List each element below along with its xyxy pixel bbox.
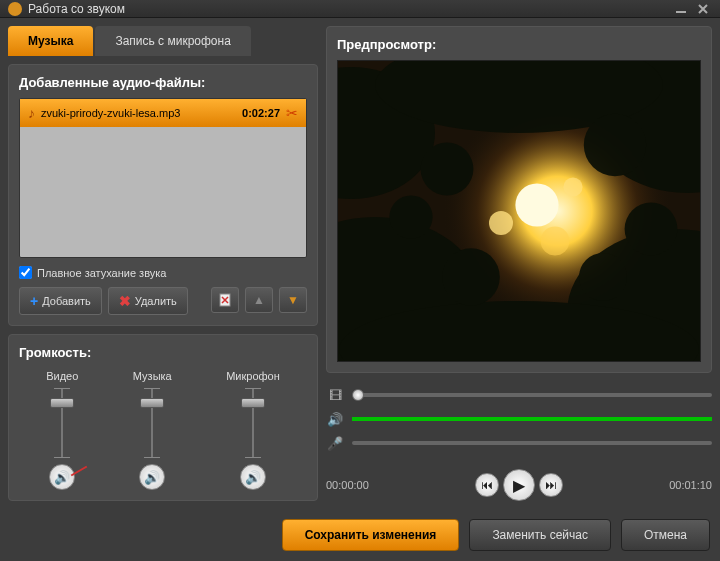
- time-total: 00:01:10: [669, 479, 712, 491]
- prev-button[interactable]: ⏮: [475, 473, 499, 497]
- music-volume-label: Музыка: [133, 370, 172, 382]
- svg-rect-0: [676, 11, 686, 13]
- fade-checkbox[interactable]: [19, 266, 32, 279]
- video-preview[interactable]: [337, 60, 701, 362]
- delete-button-label: Удалить: [135, 295, 177, 307]
- tab-mic[interactable]: Запись с микрофона: [95, 26, 250, 56]
- cross-icon: ✖: [119, 293, 131, 309]
- video-track[interactable]: [352, 393, 712, 397]
- mic-volume-label: Микрофон: [226, 370, 280, 382]
- preview-title: Предпросмотр:: [337, 37, 701, 52]
- remove-item-button[interactable]: [211, 287, 239, 313]
- svg-point-16: [442, 248, 500, 306]
- svg-point-7: [541, 227, 570, 256]
- minimize-icon: [676, 4, 686, 14]
- move-up-button[interactable]: ▲: [245, 287, 273, 313]
- music-mute-button[interactable]: 🔊: [139, 464, 165, 490]
- svg-point-5: [489, 211, 513, 235]
- speaker-track-icon: 🔊: [326, 412, 344, 427]
- time-current: 00:00:00: [326, 479, 369, 491]
- file-name: zvuki-prirody-zvuki-lesa.mp3: [41, 107, 236, 119]
- fade-label: Плавное затухание звука: [37, 267, 166, 279]
- video-volume-label: Видео: [46, 370, 78, 382]
- window-title: Работа со звуком: [28, 2, 668, 16]
- fade-checkbox-row[interactable]: Плавное затухание звука: [19, 266, 307, 279]
- minimize-button[interactable]: [672, 2, 690, 16]
- arrow-up-icon: ▲: [253, 293, 265, 307]
- remove-file-icon: [218, 293, 232, 307]
- replace-button[interactable]: Заменить сейчас: [469, 519, 611, 551]
- mic-track-icon: 🎤: [326, 436, 344, 451]
- close-icon: [698, 4, 708, 14]
- audio-track[interactable]: [352, 417, 712, 421]
- film-icon: 🎞: [326, 388, 344, 403]
- video-track-thumb[interactable]: [352, 389, 364, 401]
- svg-point-4: [515, 183, 558, 226]
- speaker-muted-icon: 🔊: [54, 470, 70, 485]
- scissors-icon[interactable]: ✂: [286, 105, 298, 121]
- file-list[interactable]: ♪ zvuki-prirody-zvuki-lesa.mp3 0:02:27 ✂: [19, 98, 307, 258]
- svg-point-18: [389, 195, 432, 238]
- skip-forward-icon: ⏭: [545, 478, 557, 492]
- titlebar: Работа со звуком: [0, 0, 720, 18]
- svg-point-6: [563, 177, 582, 196]
- save-button[interactable]: Сохранить изменения: [282, 519, 460, 551]
- music-volume-slider[interactable]: [142, 388, 162, 458]
- delete-button[interactable]: ✖ Удалить: [108, 287, 188, 315]
- svg-point-19: [625, 203, 678, 256]
- add-button[interactable]: + Добавить: [19, 287, 102, 315]
- mic-volume-slider[interactable]: [243, 388, 263, 458]
- svg-point-17: [579, 253, 627, 301]
- cancel-button[interactable]: Отмена: [621, 519, 710, 551]
- music-note-icon: ♪: [28, 105, 35, 121]
- play-icon: ▶: [513, 476, 525, 495]
- plus-icon: +: [30, 293, 38, 309]
- volume-title: Громкость:: [19, 345, 307, 360]
- video-mute-button[interactable]: 🔊: [49, 464, 75, 490]
- added-files-title: Добавленные аудио-файлы:: [19, 75, 307, 90]
- svg-point-15: [584, 114, 646, 176]
- file-row[interactable]: ♪ zvuki-prirody-zvuki-lesa.mp3 0:02:27 ✂: [20, 99, 306, 127]
- video-volume-slider[interactable]: [52, 388, 72, 458]
- speaker-icon: 🔊: [144, 470, 160, 485]
- tab-bar: Музыка Запись с микрофона: [8, 26, 318, 56]
- tab-music[interactable]: Музыка: [8, 26, 93, 56]
- app-icon: [8, 2, 22, 16]
- mic-track[interactable]: [352, 441, 712, 445]
- speaker-icon: 🔊: [245, 470, 261, 485]
- close-button[interactable]: [694, 2, 712, 16]
- move-down-button[interactable]: ▼: [279, 287, 307, 313]
- play-button[interactable]: ▶: [503, 469, 535, 501]
- arrow-down-icon: ▼: [287, 293, 299, 307]
- timeline-tracks: 🎞 🔊 🎤: [326, 385, 712, 457]
- add-button-label: Добавить: [42, 295, 91, 307]
- next-button[interactable]: ⏭: [539, 473, 563, 497]
- svg-point-14: [421, 143, 474, 196]
- skip-back-icon: ⏮: [481, 478, 493, 492]
- file-duration: 0:02:27: [242, 107, 280, 119]
- preview-frame: [338, 61, 700, 361]
- mic-mute-button[interactable]: 🔊: [240, 464, 266, 490]
